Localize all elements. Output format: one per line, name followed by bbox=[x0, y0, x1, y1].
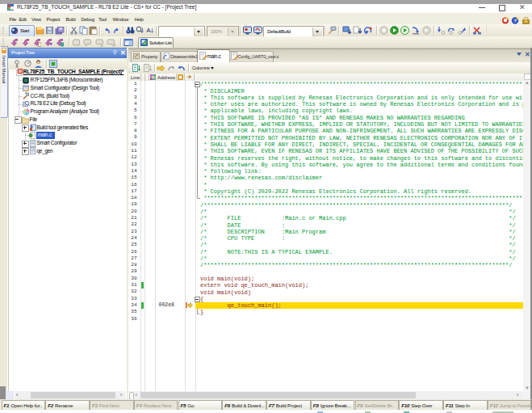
svg-text:A: A bbox=[146, 27, 151, 34]
svg-text:?: ? bbox=[513, 19, 517, 23]
